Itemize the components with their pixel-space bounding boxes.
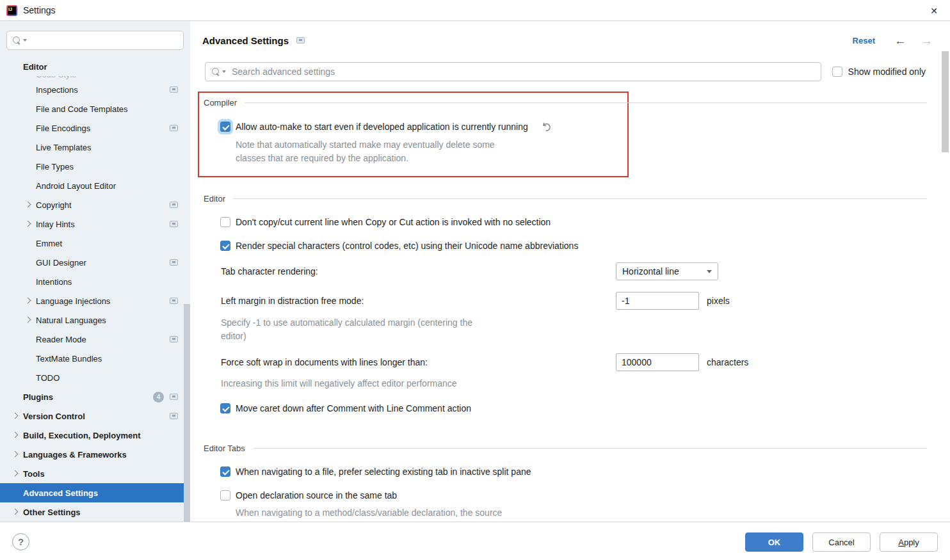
move-caret-checkbox[interactable] (220, 403, 230, 413)
sidebar-item-intentions[interactable]: Intentions (0, 272, 190, 291)
chevron-right-icon[interactable] (25, 202, 31, 208)
settings-tree: EditorCode StyleInspectionsFile and Code… (0, 57, 190, 522)
sidebar-item-tools[interactable]: Tools (0, 464, 190, 483)
help-button[interactable]: ? (12, 533, 29, 550)
sidebar-item-inspections[interactable]: Inspections (0, 80, 190, 99)
back-arrow-icon[interactable]: ← (894, 35, 906, 47)
per-project-settings-icon (170, 221, 178, 227)
section-title: Editor Tabs (204, 444, 245, 453)
forward-arrow-icon: → (921, 35, 933, 47)
sidebar-item-label: Plugins (23, 392, 53, 402)
sidebar-search-input[interactable] (6, 31, 184, 50)
soft-wrap-input[interactable]: 100000 (616, 353, 699, 371)
sidebar-item-label: Editor (23, 62, 47, 72)
render-special-chars-checkbox[interactable] (220, 241, 230, 251)
tab-rendering-dropdown[interactable]: Horizontal line (616, 262, 718, 280)
sidebar-item-other-settings[interactable]: Other Settings (0, 502, 190, 522)
show-modified-only-checkbox[interactable] (832, 67, 842, 77)
per-project-settings-icon (170, 336, 178, 342)
sidebar-item-version-control[interactable]: Version Control (0, 406, 190, 426)
soft-wrap-suffix: characters (707, 357, 748, 367)
per-project-settings-icon (170, 394, 178, 400)
section-title: Editor (204, 194, 225, 204)
settings-sidebar: EditorCode StyleInspectionsFile and Code… (0, 21, 190, 522)
allow-automake-checkbox[interactable] (220, 122, 230, 132)
automake-note: Note that automatically started make may… (236, 138, 495, 165)
dont-copy-cut-label: Don't copy/cut current line when Copy or… (236, 217, 551, 227)
sidebar-item-languages-frameworks[interactable]: Languages & Frameworks (0, 445, 190, 464)
apply-button[interactable]: Apply (880, 532, 938, 552)
sidebar-item-plugins[interactable]: Plugins4 (0, 387, 190, 406)
section-divider (245, 102, 927, 103)
chevron-right-icon[interactable] (12, 470, 19, 477)
dialog-footer: ? OK Cancel Apply (0, 522, 950, 560)
search-advanced-settings-input[interactable]: Search advanced settings (205, 62, 821, 81)
sidebar-item-inlay-hints[interactable]: Inlay Hints (0, 214, 190, 234)
sidebar-item-todo[interactable]: TODO (0, 368, 190, 387)
main-scrollbar-thumb[interactable] (942, 51, 949, 152)
sidebar-item-file-and-code-templates[interactable]: File and Code Templates (0, 99, 190, 118)
search-placeholder: Search advanced settings (232, 67, 335, 77)
open-declaration-checkbox[interactable] (220, 490, 230, 500)
sidebar-item-natural-languages[interactable]: Natural Languages (0, 310, 190, 330)
search-options-caret-icon (23, 39, 27, 42)
per-project-settings-icon (170, 202, 178, 208)
prefer-existing-tab-checkbox[interactable] (220, 467, 230, 477)
sidebar-item-label: Build, Execution, Deployment (23, 431, 140, 440)
open-declaration-note: When navigating to a method/class/variab… (236, 506, 502, 520)
left-margin-suffix: pixels (707, 296, 730, 306)
section-compiler: Compiler (204, 96, 927, 109)
sidebar-item-label: File Types (36, 162, 74, 172)
dont-copy-cut-checkbox[interactable] (220, 217, 230, 227)
chevron-right-icon[interactable] (12, 432, 19, 438)
sidebar-item-label: Other Settings (23, 508, 81, 517)
soft-wrap-note: Increasing this limit will negatively af… (221, 377, 457, 390)
sidebar-item-textmate-bundles[interactable]: TextMate Bundles (0, 349, 190, 368)
sidebar-item-file-encodings[interactable]: File Encodings (0, 118, 190, 138)
sidebar-item-language-injections[interactable]: Language Injections (0, 291, 190, 310)
render-special-chars-label: Render special characters (control codes… (236, 241, 578, 251)
chevron-right-icon[interactable] (25, 317, 31, 323)
sidebar-item-copyright[interactable]: Copyright (0, 195, 190, 214)
chevron-right-icon[interactable] (12, 509, 19, 515)
sidebar-item-reader-mode[interactable]: Reader Mode (0, 330, 190, 349)
sidebar-item-gui-designer[interactable]: GUI Designer (0, 253, 190, 272)
sidebar-item-emmet[interactable]: Emmet (0, 234, 190, 253)
move-caret-label: Move caret down after Comment with Line … (236, 403, 471, 413)
sidebar-item-build-execution-deployment[interactable]: Build, Execution, Deployment (0, 426, 190, 445)
tab-rendering-value: Horizontal line (622, 266, 679, 276)
sidebar-item-label: Copyright (36, 200, 72, 210)
sidebar-item-editor[interactable]: Editor (0, 57, 190, 76)
sidebar-item-label: Tools (23, 469, 45, 479)
section-title: Compiler (204, 98, 237, 108)
sidebar-item-advanced-settings[interactable]: Advanced Settings (0, 483, 190, 502)
sidebar-item-label: Inspections (36, 85, 78, 95)
reset-button[interactable]: Reset (853, 36, 875, 45)
left-margin-input[interactable]: -1 (616, 292, 699, 310)
tab-rendering-label: Tab character rendering: (221, 266, 318, 276)
sidebar-scrollbar-thumb[interactable] (184, 304, 190, 522)
cancel-button[interactable]: Cancel (812, 532, 871, 552)
open-declaration-label: Open declaration source in the same tab (236, 490, 397, 500)
left-margin-label: Left margin in distraction free mode: (221, 296, 364, 306)
sidebar-item-live-templates[interactable]: Live Templates (0, 138, 190, 157)
close-icon[interactable]: ✕ (928, 4, 940, 17)
chevron-right-icon[interactable] (12, 451, 19, 458)
chevron-right-icon[interactable] (25, 298, 31, 304)
per-project-settings-icon (170, 125, 178, 131)
revert-icon[interactable] (541, 122, 552, 132)
sidebar-item-label: Live Templates (36, 143, 91, 152)
settings-dialog: Settings ✕ EditorCode StyleInspectionsFi… (0, 0, 950, 560)
sidebar-item-file-types[interactable]: File Types (0, 157, 190, 176)
settings-content-pane: Advanced Settings Reset ← → Search advan… (190, 21, 950, 522)
chevron-right-icon[interactable] (12, 413, 19, 419)
sidebar-item-label: Intentions (36, 277, 72, 287)
sidebar-item-android-layout-editor[interactable]: Android Layout Editor (0, 176, 190, 195)
ok-button[interactable]: OK (745, 532, 803, 552)
sidebar-item-label: File and Code Templates (36, 104, 128, 114)
soft-wrap-label: Force soft wrap in documents with lines … (221, 357, 428, 367)
sidebar-item-label: Advanced Settings (23, 488, 98, 498)
chevron-right-icon[interactable] (25, 221, 31, 227)
sidebar-item-label: Language Injections (36, 296, 110, 306)
sidebar-item-label: TODO (36, 373, 60, 383)
